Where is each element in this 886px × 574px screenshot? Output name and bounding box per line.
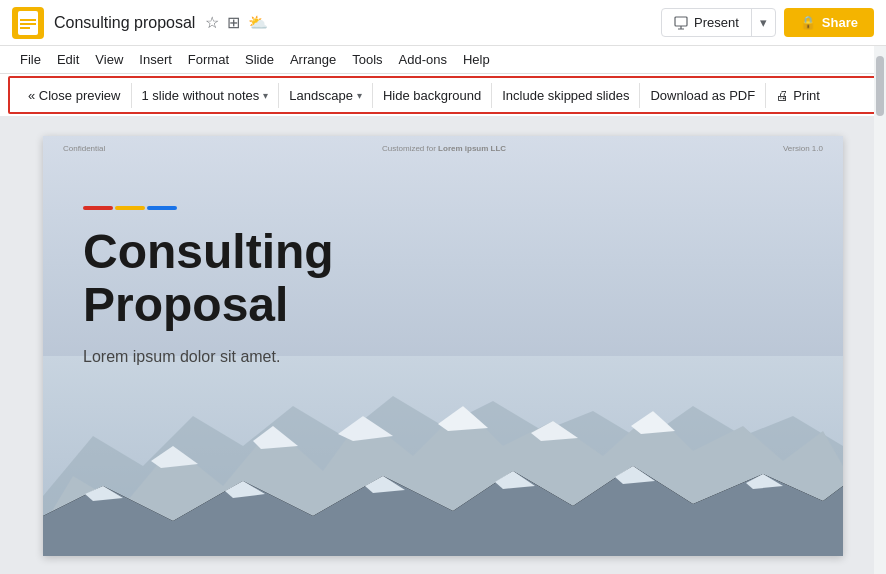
print-icon: 🖨 bbox=[776, 88, 789, 103]
print-button[interactable]: 🖨 Print bbox=[766, 83, 830, 108]
slide-title-line2: Proposal bbox=[83, 278, 288, 331]
title-bar: Consulting proposal ☆ ⊞ ⛅ Present ▾ 🔒 Sh… bbox=[0, 0, 886, 46]
download-pdf-label: Download as PDF bbox=[650, 88, 755, 103]
slide-title: Consulting Proposal bbox=[83, 226, 334, 332]
slide-subtitle: Lorem ipsum dolor sit amet. bbox=[83, 348, 334, 366]
menu-edit[interactable]: Edit bbox=[49, 48, 87, 71]
slide-meta-confidential: Confidential bbox=[63, 144, 105, 153]
slide-meta: Confidential Customized for Lorem ipsum … bbox=[43, 136, 843, 161]
doc-title: Consulting proposal bbox=[54, 14, 195, 32]
menu-view[interactable]: View bbox=[87, 48, 131, 71]
slide-title-line1: Consulting bbox=[83, 225, 334, 278]
menu-bar: File Edit View Insert Format Slide Arran… bbox=[0, 46, 886, 74]
folder-icon[interactable]: ⊞ bbox=[227, 13, 240, 32]
menu-format[interactable]: Format bbox=[180, 48, 237, 71]
slides-chevron-icon: ▾ bbox=[263, 90, 268, 101]
accent-yellow bbox=[115, 206, 145, 210]
star-icon[interactable]: ☆ bbox=[205, 13, 219, 32]
hide-background-button[interactable]: Hide background bbox=[373, 83, 492, 108]
slide-content: Consulting Proposal Lorem ipsum dolor si… bbox=[83, 166, 334, 366]
cloud-icon[interactable]: ⛅ bbox=[248, 13, 268, 32]
present-button-group: Present ▾ bbox=[661, 8, 776, 37]
landscape-label: Landscape bbox=[289, 88, 353, 103]
menu-tools[interactable]: Tools bbox=[344, 48, 390, 71]
include-skipped-button[interactable]: Include skipped slides bbox=[492, 83, 640, 108]
slide-meta-version: Version 1.0 bbox=[783, 144, 823, 153]
svg-rect-2 bbox=[20, 23, 36, 25]
menu-insert[interactable]: Insert bbox=[131, 48, 180, 71]
landscape-chevron-icon: ▾ bbox=[357, 90, 362, 101]
slides-label: 1 slide without notes bbox=[142, 88, 260, 103]
menu-help[interactable]: Help bbox=[455, 48, 498, 71]
accent-bar bbox=[83, 206, 334, 210]
hide-background-label: Hide background bbox=[383, 88, 481, 103]
preview-toolbar: « Close preview 1 slide without notes ▾ … bbox=[8, 76, 878, 114]
present-dropdown-button[interactable]: ▾ bbox=[751, 9, 775, 36]
menu-arrange[interactable]: Arrange bbox=[282, 48, 344, 71]
svg-rect-4 bbox=[675, 17, 687, 26]
present-icon bbox=[674, 16, 688, 30]
include-skipped-label: Include skipped slides bbox=[502, 88, 629, 103]
svg-rect-1 bbox=[20, 19, 36, 21]
slide-meta-company: Customized for Lorem ipsum LLC bbox=[382, 144, 506, 153]
present-label: Present bbox=[694, 15, 739, 30]
present-button[interactable]: Present bbox=[662, 9, 751, 36]
share-label: Share bbox=[822, 15, 858, 30]
title-icons: ☆ ⊞ ⛅ bbox=[205, 13, 268, 32]
scrollbar[interactable] bbox=[874, 116, 886, 574]
close-preview-button[interactable]: « Close preview bbox=[18, 83, 132, 108]
print-label: Print bbox=[793, 88, 820, 103]
share-button[interactable]: 🔒 Share bbox=[784, 8, 874, 37]
main-content: Confidential Customized for Lorem ipsum … bbox=[0, 116, 886, 574]
slides-selector[interactable]: 1 slide without notes ▾ bbox=[132, 83, 280, 108]
app-logo bbox=[12, 7, 44, 39]
menu-slide[interactable]: Slide bbox=[237, 48, 282, 71]
lock-icon: 🔒 bbox=[800, 15, 816, 30]
mountain-background bbox=[43, 356, 843, 556]
svg-rect-3 bbox=[20, 27, 30, 29]
slide-container: Confidential Customized for Lorem ipsum … bbox=[43, 136, 843, 556]
landscape-selector[interactable]: Landscape ▾ bbox=[279, 83, 373, 108]
download-pdf-button[interactable]: Download as PDF bbox=[640, 83, 766, 108]
accent-red bbox=[83, 206, 113, 210]
menu-file[interactable]: File bbox=[12, 48, 49, 71]
menu-addons[interactable]: Add-ons bbox=[391, 48, 455, 71]
close-preview-label: « Close preview bbox=[28, 88, 121, 103]
accent-blue bbox=[147, 206, 177, 210]
